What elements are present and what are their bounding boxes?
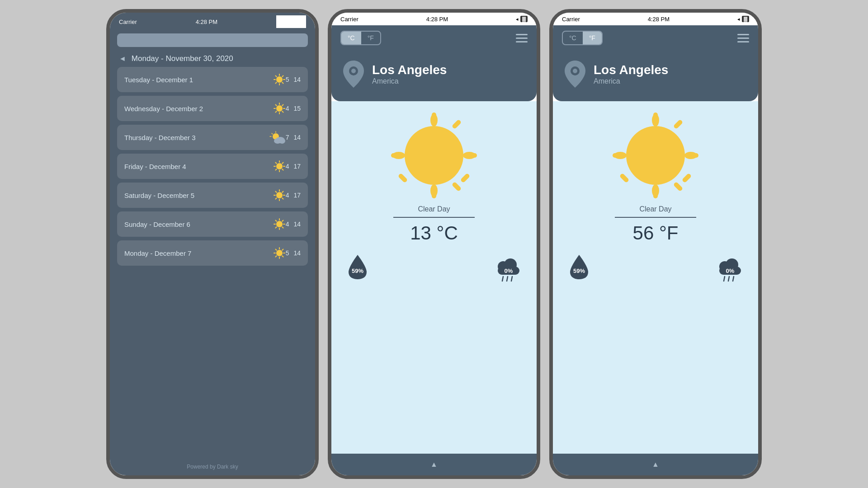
svg-rect-67 [452, 119, 462, 130]
rain-drop-icon-3: 59% [566, 253, 592, 280]
status-icons-1: ◂ ▓ [276, 15, 306, 28]
menu-icon-2[interactable] [516, 34, 528, 42]
status-icons-3: ◂ ▓ [737, 16, 749, 22]
svg-point-25 [276, 163, 283, 169]
temp-range: 4 14 [286, 221, 301, 228]
svg-point-74 [392, 152, 405, 159]
day-name: Thursday - December 3 [124, 134, 269, 141]
rain-cloud-icon-3: 0% [716, 253, 745, 286]
svg-point-52 [276, 250, 283, 256]
svg-text:59%: 59% [573, 267, 585, 274]
svg-rect-92 [619, 173, 630, 183]
high-temp: 14 [293, 134, 301, 141]
weather-body-3: Clear Day 56 °F 59% [553, 101, 758, 454]
svg-line-5 [275, 76, 276, 77]
time-1: 4:28 PM [196, 19, 217, 25]
location-icon-3: ◂ [737, 16, 740, 22]
day-name: Wednesday - December 2 [124, 105, 273, 113]
svg-point-71 [405, 126, 463, 185]
search-bar[interactable] [117, 33, 308, 47]
fahrenheit-btn-2[interactable]: °F [361, 32, 380, 44]
svg-line-49 [282, 227, 283, 228]
list-item[interactable]: Tuesday - December 1 [117, 67, 308, 92]
low-temp: 5 [286, 76, 289, 83]
weather-stats-2: 59% 0% [331, 253, 537, 286]
svg-line-31 [282, 169, 283, 170]
svg-line-17 [275, 111, 276, 112]
list-item[interactable]: Friday - December 4 [117, 154, 308, 179]
partly-cloudy-icon [269, 131, 286, 144]
day-name: Sunday - December 6 [124, 221, 273, 228]
pin-icon-3 [564, 60, 586, 89]
day-name: Tuesday - December 1 [124, 76, 273, 84]
svg-line-59 [282, 249, 283, 250]
temperature-3: 56 °F [633, 222, 679, 244]
battery-icon-3: ▓ [742, 16, 749, 22]
carrier-2: Carrier [340, 16, 359, 23]
list-item[interactable]: Saturday - December 5 [117, 183, 308, 208]
fahrenheit-btn-3[interactable]: °F [583, 32, 602, 44]
high-temp: 17 [293, 163, 301, 170]
up-arrow-2: ▲ [430, 460, 438, 469]
weather-bottom-2[interactable]: ▲ [331, 454, 537, 475]
weather-stats-3: 59% 0% [553, 253, 758, 286]
low-temp: 4 [286, 163, 289, 170]
svg-line-50 [282, 221, 283, 221]
unit-toggle-3[interactable]: °C °F [562, 31, 603, 45]
svg-line-6 [282, 82, 283, 83]
svg-rect-91 [673, 182, 684, 192]
list-item[interactable]: Monday - December 7 [117, 240, 308, 266]
svg-point-97 [614, 152, 627, 159]
sun-icon [273, 247, 286, 259]
city-name-2: Los Angeles [372, 63, 447, 77]
big-sun-2 [389, 110, 479, 201]
temperature-2: 13 °C [410, 222, 458, 244]
day-list: Tuesday - December 1 [110, 67, 315, 458]
celsius-btn-3[interactable]: °C [563, 32, 583, 44]
svg-rect-68 [452, 182, 462, 192]
svg-line-7 [282, 76, 283, 77]
svg-line-106 [733, 277, 734, 281]
phone-2: Carrier 4:28 PM ◂ ▓ °C °F Los Ang [328, 9, 540, 479]
big-sun-3 [610, 110, 701, 201]
menu-icon-3[interactable] [737, 34, 749, 42]
humidity-stat-2: 59% [345, 253, 370, 286]
day-name: Friday - December 4 [124, 163, 273, 170]
svg-line-33 [275, 169, 276, 170]
up-arrow-3: ▲ [652, 460, 659, 469]
svg-point-85 [573, 69, 577, 73]
unit-toggle-2[interactable]: °C °F [340, 31, 381, 45]
high-temp: 15 [293, 105, 301, 112]
high-temp: 17 [293, 192, 301, 199]
temp-range: 5 14 [286, 76, 301, 83]
city-name-3: Los Angeles [594, 63, 668, 77]
footer: Powered by Dark sky [110, 458, 315, 475]
back-arrow[interactable]: ◄ [119, 55, 126, 63]
svg-line-51 [275, 227, 276, 228]
temp-range: 4 17 [286, 192, 301, 199]
sun-icon [273, 160, 286, 173]
battery-icon: ▓ [290, 19, 297, 25]
rain-drop-icon-2: 59% [345, 253, 370, 280]
celsius-btn-2[interactable]: °C [341, 32, 361, 44]
status-bar-1: Carrier 4:28 PM ◂ ▓ [110, 13, 315, 31]
status-icons-2: ◂ ▓ [516, 16, 528, 22]
svg-point-0 [276, 76, 283, 83]
list-item[interactable]: Thursday - December 3 7 [117, 125, 308, 150]
low-temp: 4 [286, 221, 289, 228]
battery-icon-2: ▓ [520, 16, 528, 22]
weather-bottom-3[interactable]: ▲ [553, 454, 758, 475]
list-header: ◄ Monday - November 30, 2020 [110, 49, 315, 67]
sun-icon [273, 218, 286, 230]
list-item[interactable]: Sunday - December 6 [117, 211, 308, 237]
status-bar-3: Carrier 4:28 PM ◂ ▓ [553, 13, 758, 25]
svg-line-42 [275, 198, 276, 199]
svg-text:59%: 59% [352, 267, 363, 274]
svg-line-32 [282, 163, 283, 164]
high-temp: 14 [293, 249, 301, 257]
list-item[interactable]: Wednesday - December 2 [117, 96, 308, 121]
svg-point-9 [276, 105, 283, 112]
rain-stat-2: 0% [494, 253, 523, 286]
low-temp: 5 [286, 249, 289, 257]
status-bar-2: Carrier 4:28 PM ◂ ▓ [331, 13, 537, 25]
